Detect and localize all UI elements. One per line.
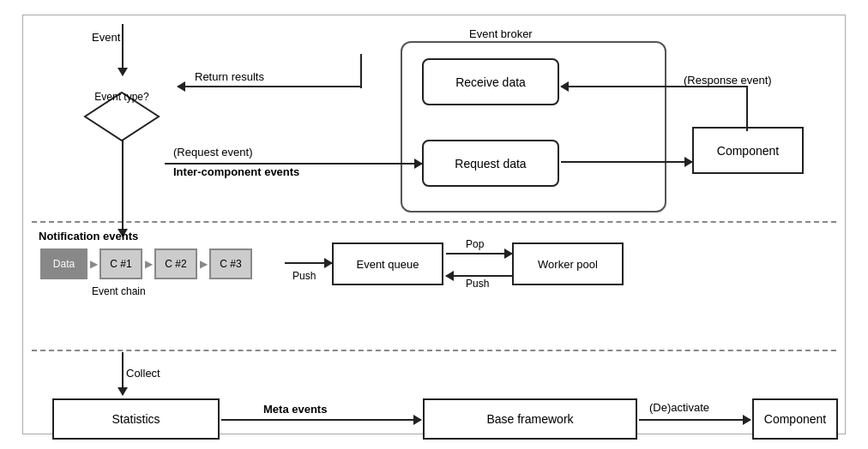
push-label: Push: [292, 270, 316, 282]
deactivate-arrow: [639, 419, 750, 421]
chain-c1-box: C #1: [99, 248, 142, 279]
request-event-arrow: [165, 163, 422, 165]
push-label-2: Push: [466, 278, 489, 290]
event-chain-container: Data C #1 C #2 C #3: [40, 247, 252, 281]
event-down-arrow: [122, 24, 124, 75]
return-arrow-horizontal: [178, 86, 362, 87]
chain-c3-box: C #3: [209, 248, 252, 279]
statistics-box: Statistics: [52, 398, 220, 440]
pop-label: Pop: [466, 238, 484, 250]
request-to-component-arrow: [561, 161, 692, 163]
response-arrow-vertical: [746, 86, 748, 131]
notification-events-label: Notification events: [39, 230, 138, 242]
base-framework-box: Base framework: [423, 398, 637, 440]
push-arrow-2: [446, 275, 512, 277]
collect-arrow: [122, 352, 124, 395]
deactivate-label: (De)activate: [649, 401, 709, 414]
request-event-label: (Request event): [173, 146, 253, 159]
worker-pool-box: Worker pool: [512, 242, 624, 285]
request-data-box: Request data: [422, 140, 559, 187]
dashed-divider-2: [32, 350, 836, 351]
response-arrow-horizontal: [561, 86, 746, 87]
component-box-bottom: Component: [752, 398, 838, 440]
receive-data-box: Receive data: [422, 58, 559, 105]
event-label: Event: [92, 31, 120, 44]
response-event-label: (Response event): [684, 74, 772, 87]
meta-events-label: Meta events: [263, 403, 327, 416]
return-results-label: Return results: [195, 70, 264, 83]
event-chain-label: Event chain: [92, 285, 146, 297]
chain-data-box: Data: [40, 248, 87, 279]
pop-arrow: [446, 253, 512, 254]
event-broker-label: Event broker: [469, 27, 533, 40]
chain-c2-box: C #2: [154, 248, 197, 279]
diagram: Event Event type? Return results Event b…: [22, 15, 846, 434]
meta-events-arrow: [221, 419, 421, 421]
dashed-divider-1: [32, 221, 836, 223]
inter-component-label: Inter-component events: [173, 165, 299, 178]
notification-arrow-vertical: [122, 129, 124, 236]
collect-label: Collect: [126, 367, 160, 380]
push-arrow: [285, 262, 332, 264]
event-queue-box: Event queue: [332, 242, 443, 285]
component-box-top: Component: [692, 127, 804, 174]
event-type-diamond-label: Event type?: [87, 91, 156, 103]
return-arrow-vertical: [360, 54, 362, 88]
